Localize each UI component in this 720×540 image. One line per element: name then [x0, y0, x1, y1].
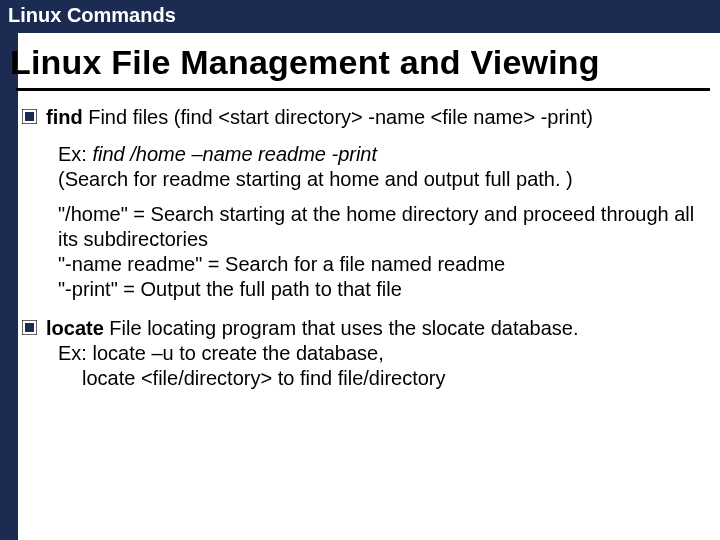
locate-ex2: locate <file/directory> to find file/dir…: [58, 366, 446, 391]
find-example: Ex: find /home –name readme -print (Sear…: [18, 142, 720, 192]
find-desc: Find files (find <start directory> -name…: [83, 106, 593, 128]
list-item: locate File locating program that uses t…: [18, 316, 720, 391]
heading-wrap: Linux File Management and Viewing: [0, 33, 720, 91]
locate-cmd: locate: [46, 317, 104, 339]
heading-rule: [16, 88, 710, 91]
find-details: "/home" = Search starting at the home di…: [18, 202, 720, 302]
content: find Find files (find <start directory> …: [18, 105, 720, 391]
slide: Linux Commands Linux File Management and…: [0, 0, 720, 540]
find-ex-label: Ex:: [58, 143, 92, 165]
page-title: Linux File Management and Viewing: [0, 33, 720, 86]
title-bar-text: Linux Commands: [8, 4, 176, 26]
find-ex-cmd: find /home –name readme -print: [92, 143, 377, 165]
find-ex-note: (Search for readme starting at home and …: [58, 168, 573, 190]
svg-rect-1: [25, 112, 34, 121]
find-detail-name: "-name readme" = Search for a file named…: [58, 253, 505, 275]
locate-ex1: Ex: locate –u to create the database,: [58, 342, 384, 364]
list-item: find Find files (find <start directory> …: [18, 105, 720, 130]
bullet-icon: [22, 320, 37, 335]
find-cmd: find: [46, 106, 83, 128]
title-bar: Linux Commands: [0, 0, 720, 33]
locate-desc: File locating program that uses the sloc…: [104, 317, 579, 339]
find-detail-print: "-print" = Output the full path to that …: [58, 278, 402, 300]
bullet-icon: [22, 109, 37, 124]
find-detail-home: "/home" = Search starting at the home di…: [58, 203, 694, 250]
svg-rect-3: [25, 323, 34, 332]
